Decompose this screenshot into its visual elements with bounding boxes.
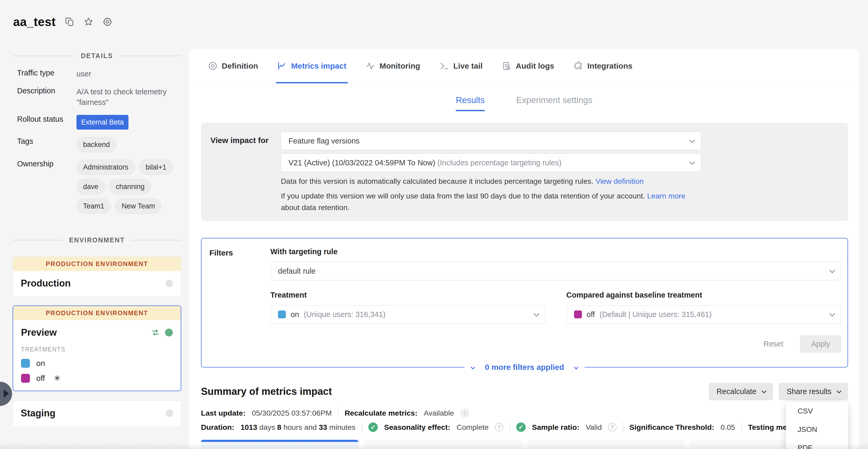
tags-label: Tags — [17, 137, 76, 152]
owner-chip[interactable]: channing — [109, 179, 151, 194]
treatment-off-label: off — [36, 374, 45, 383]
chevron-down-icon — [836, 389, 841, 393]
metric-summary-cards: All metrics 12 Desired impact 0 Undesire… — [201, 440, 848, 449]
tag-chip[interactable]: backend — [76, 137, 116, 152]
details-divider: DETAILS — [12, 52, 181, 60]
tab-label: Definition — [222, 61, 258, 70]
rollout-status-label: Rollout status — [17, 115, 76, 129]
learn-more-link[interactable]: Learn more — [647, 192, 685, 200]
help-icon[interactable]: ? — [608, 423, 617, 431]
chevron-right-icon — [4, 389, 9, 398]
seasonality-value: Complete — [457, 423, 489, 432]
duration-label: Duration: — [201, 423, 234, 432]
reset-button[interactable]: Reset — [764, 340, 783, 348]
chevron-down-icon — [762, 389, 766, 393]
description-row: Description A/A test to check telemetry … — [17, 87, 181, 108]
note-text: If you update this version we will only … — [281, 192, 645, 200]
target-icon — [208, 61, 218, 71]
check-circle-icon: ✓ — [516, 422, 526, 432]
treatment-on-swatch — [21, 359, 30, 368]
traffic-type-row: Traffic type user — [17, 69, 181, 79]
duration-value: 1013 days 8 hours and 33 minutes — [241, 423, 355, 432]
treatment-off-swatch — [21, 374, 30, 383]
env-card-staging[interactable]: Staging — [12, 401, 181, 427]
view-impact-label: View impact for — [211, 132, 281, 213]
sidebar-collapse-handle[interactable] — [0, 382, 12, 406]
env-card-preview[interactable]: PRODUCTION ENVIRONMENT Preview TREATMENT… — [12, 305, 181, 391]
treatment-off-row: off ✳ — [21, 373, 173, 383]
production-env-banner: PRODUCTION ENVIRONMENT — [13, 306, 181, 320]
recalculate-button[interactable]: Recalculate — [709, 383, 773, 400]
baseline-select[interactable]: off (Default | Unique users: 315,461) — [566, 305, 841, 324]
owner-chip[interactable]: New Team — [115, 199, 161, 214]
terminal-icon — [439, 61, 449, 71]
more-filters-toggle[interactable]: 0 more filters applied — [464, 361, 585, 374]
treatment-on-swatch — [278, 310, 286, 318]
treatment-label: Treatment — [270, 291, 546, 299]
share-results-button[interactable]: Share results — [779, 383, 848, 400]
metric-card-undesired-impact[interactable]: Undesired impact 0 — [528, 440, 685, 449]
description-value: A/A test to check telemetry "fairness" — [76, 87, 181, 108]
version-select[interactable]: V21 (Active) (10/03/2022 04:59PM To Now)… — [281, 153, 701, 172]
environment-heading: ENVIRONMENT — [69, 236, 125, 244]
sub-tab-bar: Results Experiment settings — [189, 95, 859, 111]
subtab-experiment-settings[interactable]: Experiment settings — [516, 95, 592, 111]
traffic-type-label: Traffic type — [17, 69, 76, 79]
status-dot-green — [165, 329, 173, 336]
line-chart-icon — [277, 61, 287, 71]
gear-icon[interactable] — [102, 17, 113, 27]
share-menu-item-json[interactable]: JSON — [786, 420, 848, 439]
tab-monitoring[interactable]: Monitoring — [366, 49, 420, 83]
view-definition-link[interactable]: View definition — [595, 177, 644, 185]
version-value: V21 (Active) (10/03/2022 04:59PM To Now) — [288, 158, 435, 167]
check-circle-icon: ✓ — [368, 422, 378, 432]
recalculate-label: Recalculate — [717, 387, 756, 396]
chevron-down-icon — [689, 159, 695, 165]
metric-card-all-metrics[interactable]: All metrics 12 — [201, 440, 358, 449]
ownership-row: Ownership Administrators bilal+1 dave ch… — [17, 159, 181, 214]
treatment-select-value: on — [290, 310, 299, 319]
subtab-results[interactable]: Results — [456, 95, 485, 111]
help-icon[interactable]: ? — [495, 423, 503, 431]
pulse-icon — [366, 61, 375, 71]
env-card-production[interactable]: PRODUCTION ENVIRONMENT Production — [12, 257, 181, 297]
targeting-rule-select[interactable]: default rule — [270, 262, 841, 280]
impact-source-select[interactable]: Feature flag versions — [281, 132, 701, 150]
treatment-on-row: on — [21, 359, 173, 368]
metric-card-desired-impact[interactable]: Desired impact 0 — [364, 440, 522, 449]
owner-chip[interactable]: Administrators — [76, 159, 135, 175]
share-menu-item-csv[interactable]: CSV — [786, 402, 848, 420]
share-results-menu: CSV JSON PDF Copy URL — [786, 402, 848, 449]
stats-line-1: Last update: 05/30/2025 03:57:06PM Recal… — [201, 408, 848, 418]
production-env-banner: PRODUCTION ENVIRONMENT — [13, 257, 181, 271]
recalc-metrics-value: Available — [424, 409, 454, 417]
significance-value: 0.05 — [721, 423, 735, 432]
document-search-icon — [502, 61, 512, 71]
default-treatment-marker: ✳ — [54, 373, 60, 383]
tab-metrics-impact[interactable]: Metrics impact — [277, 49, 346, 83]
more-filters-label: 0 more filters applied — [485, 363, 564, 372]
tab-definition[interactable]: Definition — [208, 49, 258, 83]
owner-chip[interactable]: bilal+1 — [139, 159, 173, 175]
owner-chip[interactable]: Team1 — [76, 199, 111, 214]
share-menu-item-pdf[interactable]: PDF — [786, 439, 848, 449]
description-label: Description — [17, 87, 76, 108]
sample-ratio-label: Sample ratio: — [532, 423, 580, 432]
tab-audit-logs[interactable]: Audit logs — [502, 49, 554, 83]
share-results-label: Share results — [786, 387, 832, 396]
tags-row: Tags backend — [17, 137, 181, 152]
star-icon[interactable] — [84, 17, 94, 27]
tab-label: Monitoring — [379, 61, 420, 70]
treatment-select[interactable]: on (Unique users: 316,341) — [270, 305, 546, 324]
tab-integrations[interactable]: Integrations — [574, 49, 632, 83]
status-dot-gray — [166, 280, 173, 287]
chevron-down-icon — [829, 267, 835, 273]
copy-icon[interactable] — [65, 17, 74, 27]
owner-chip[interactable]: dave — [76, 179, 105, 194]
tab-live-tail[interactable]: Live tail — [439, 49, 483, 83]
last-update-value: 05/30/2025 03:57:06PM — [252, 409, 332, 417]
info-icon[interactable]: i — [460, 409, 469, 417]
status-dot-gray — [166, 410, 173, 417]
version-auto-note: Data for this version is automatically c… — [281, 175, 701, 187]
apply-button[interactable]: Apply — [800, 335, 841, 353]
